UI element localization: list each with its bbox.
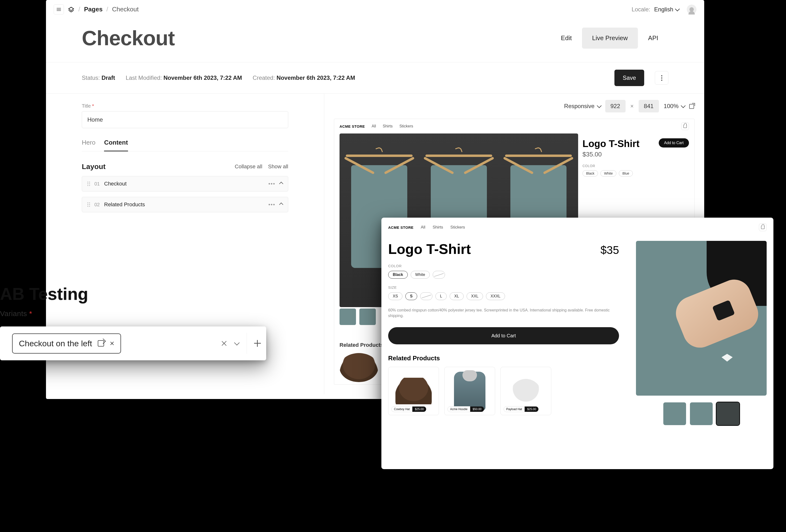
product-price: $35.00	[582, 151, 689, 158]
size-option[interactable]: S	[405, 292, 417, 300]
gallery-thumb[interactable]	[663, 403, 686, 425]
store-nav: ACME STORE All Shirts Stickers	[388, 223, 767, 231]
tab-live-preview[interactable]: Live Preview	[582, 28, 638, 49]
view-tabs: Edit Live Preview API	[551, 28, 668, 49]
product-sidebar: Logo T-Shirt Add to Cart $35.00 COLOR Bl…	[582, 138, 689, 176]
add-variant-button[interactable]	[254, 340, 260, 346]
related-price: $25.00	[525, 407, 538, 412]
breadcrumb-sep: /	[78, 5, 80, 13]
color-option[interactable]: White	[411, 271, 430, 279]
variants-dropdown-button[interactable]	[233, 340, 239, 346]
store-nav-shirts[interactable]: Shirts	[383, 124, 393, 128]
ab-testing-heading: AB Testing	[0, 284, 88, 304]
title-input[interactable]	[82, 111, 288, 128]
panel-tab-hero[interactable]: Hero	[82, 139, 95, 151]
size-label: SIZE	[388, 285, 619, 289]
color-option[interactable]: Black	[388, 271, 408, 279]
title-row: Checkout Edit Live Preview API	[46, 19, 704, 63]
edit-icon[interactable]	[98, 340, 104, 346]
zoom-select[interactable]: 100%	[664, 103, 684, 110]
locale-label: Locale:	[632, 6, 650, 13]
open-external-icon[interactable]	[689, 103, 695, 109]
viewport-width-input[interactable]: 922	[605, 100, 626, 113]
canvas-toolbar: Responsive 922 × 841 100%	[324, 94, 704, 119]
show-all-link[interactable]: Show all	[268, 164, 288, 170]
layout-actions: Collapse all Show all	[235, 164, 288, 170]
tab-edit[interactable]: Edit	[551, 28, 582, 49]
zoom-value: 100%	[664, 103, 678, 110]
layout-block-checkout[interactable]: 01 Checkout •••	[82, 176, 288, 192]
related-products-row: Cowboy Hat$25.00 Acme Hoodie$50.00 Paylo…	[388, 367, 619, 415]
chevron-down-icon	[234, 340, 240, 345]
add-to-cart-button[interactable]: Add to Cart	[659, 138, 689, 147]
related-card[interactable]: Payload Hat$25.00	[501, 367, 551, 415]
app-logo-icon	[68, 6, 74, 13]
related-price: $25.00	[412, 407, 426, 412]
collapse-icon[interactable]	[279, 182, 283, 186]
responsive-select[interactable]: Responsive	[564, 103, 600, 110]
block-index: 02	[94, 202, 100, 208]
product-price: $35	[600, 243, 619, 257]
gallery-thumb[interactable]	[690, 403, 713, 425]
store-nav-all[interactable]: All	[372, 124, 376, 128]
related-name: Acme Hoodie	[447, 406, 470, 412]
color-option[interactable]: Blue	[619, 170, 633, 176]
breadcrumb-sep: /	[107, 5, 108, 13]
panel-tabs: Hero Content	[82, 139, 288, 151]
locale-select[interactable]: English	[654, 6, 678, 13]
store-brand[interactable]: ACME STORE	[340, 124, 365, 128]
store-nav-shirts[interactable]: Shirts	[433, 225, 443, 230]
viewport-height-input[interactable]: 841	[639, 100, 659, 113]
size-option[interactable]: XXL	[467, 292, 483, 300]
layout-block-related[interactable]: 02 Related Products •••	[82, 197, 288, 212]
add-to-cart-button[interactable]: Add to Cart	[388, 327, 619, 344]
size-option[interactable]: XS	[388, 292, 402, 300]
block-more-icon[interactable]: •••	[269, 201, 275, 208]
store-brand[interactable]: ACME STORE	[388, 225, 414, 229]
collapse-all-link[interactable]: Collapse all	[235, 164, 262, 170]
related-price: $50.00	[470, 407, 484, 412]
drag-handle-icon[interactable]	[87, 202, 90, 207]
variant-name: Checkout on the left	[19, 339, 92, 348]
drag-handle-icon[interactable]	[87, 182, 90, 186]
breadcrumb-root[interactable]: Pages	[84, 5, 102, 13]
related-products-heading: Related Products	[340, 342, 383, 348]
cart-button[interactable]	[681, 122, 689, 130]
meta-row: Status: Draft Last Modified: November 6t…	[46, 63, 704, 94]
product-image-hoodie	[454, 372, 485, 410]
save-button[interactable]: Save	[615, 70, 644, 86]
store-nav-stickers[interactable]: Stickers	[450, 225, 465, 230]
color-option[interactable]: White	[600, 170, 616, 176]
size-option[interactable]: XXXL	[486, 292, 505, 300]
more-actions-button[interactable]	[655, 71, 668, 84]
collapse-icon[interactable]	[279, 203, 283, 207]
variant-chip[interactable]: Checkout on the left	[12, 334, 121, 354]
page-title: Checkout	[82, 26, 175, 50]
related-card[interactable]: Cowboy Hat$25.00	[388, 367, 439, 415]
menu-button[interactable]	[54, 4, 64, 15]
tshirt-logo-icon	[722, 352, 733, 362]
store-nav-stickers[interactable]: Stickers	[399, 124, 413, 128]
gallery-thumb[interactable]	[717, 403, 739, 425]
product-image-cap	[510, 379, 541, 403]
cart-button[interactable]	[759, 223, 767, 231]
user-avatar[interactable]	[687, 5, 696, 14]
product-title: Logo T-Shirt	[388, 241, 471, 257]
remove-icon[interactable]	[110, 341, 114, 345]
panel-tab-content[interactable]: Content	[104, 139, 128, 151]
detached-preview-window: ACME STORE All Shirts Stickers Logo T-Sh…	[382, 218, 773, 469]
related-card[interactable]: Acme Hoodie$50.00	[444, 367, 495, 415]
thumbnail[interactable]	[340, 309, 356, 325]
size-options: XS S L XL XXL XXXL	[388, 292, 619, 300]
color-option[interactable]: Black	[582, 170, 598, 176]
product-gallery	[636, 241, 767, 425]
size-option[interactable]: L	[435, 292, 447, 300]
thumbnail[interactable]	[360, 309, 376, 325]
store-nav-all[interactable]: All	[421, 225, 425, 230]
gallery-thumbs	[663, 403, 739, 425]
avatar-icon	[690, 7, 694, 11]
tab-api[interactable]: API	[638, 28, 668, 49]
clear-variants-button[interactable]	[221, 340, 227, 346]
block-more-icon[interactable]: •••	[269, 180, 275, 187]
size-option[interactable]: XL	[449, 292, 464, 300]
